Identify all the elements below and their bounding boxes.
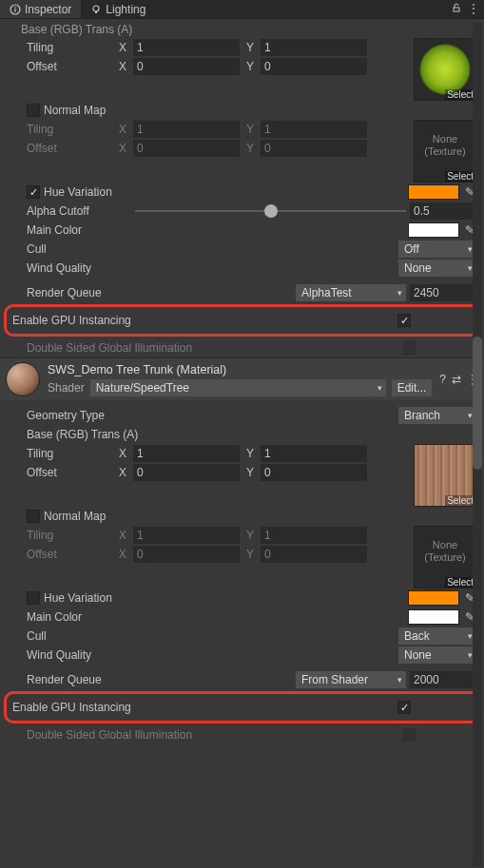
shader-dropdown[interactable]: Nature/SpeedTree [90,379,386,396]
n-offset-x [133,546,240,563]
x-label: X [116,548,129,561]
wind-quality-label: Wind Quality [27,261,131,275]
tiling-label: Tiling [27,529,112,542]
render-queue-value[interactable] [410,671,476,688]
enable-gpu-highlight: Enable GPU Instancing ✓ [4,304,480,337]
material-header[interactable]: SWS_Demo Tree Trunk (Material) Shader Na… [0,357,484,400]
scrollbar-track[interactable] [473,23,482,866]
material-preview-icon [6,362,40,396]
hue-variation-label: Hue Variation [44,591,112,605]
x-label: X [116,123,129,136]
offset-label: Offset [27,466,112,479]
normal-map-checkbox[interactable] [27,510,40,523]
tiling-x[interactable] [133,445,240,462]
tiling-label: Tiling [27,41,112,54]
svg-rect-2 [14,7,15,8]
offset-x[interactable] [133,58,240,75]
tiling-y[interactable] [261,39,367,56]
preset-icon[interactable]: ⇄ [452,373,461,386]
tab-label: Inspector [25,3,71,16]
x-label: X [116,529,129,542]
normal-map-checkbox[interactable] [27,104,40,117]
enable-gpu-label: Enable GPU Instancing [12,701,394,714]
wind-quality-label: Wind Quality [27,648,131,662]
n-tiling-y [261,527,367,544]
tab-inspector[interactable]: Inspector [0,0,81,18]
hue-variation-checkbox[interactable]: ✓ [27,185,40,199]
render-queue-dropdown[interactable]: AlphaTest [296,284,406,301]
wind-quality-dropdown[interactable]: None [398,260,476,277]
tab-label: Lighting [106,3,145,16]
double-sided-checkbox[interactable] [402,341,416,355]
hue-color[interactable] [408,184,459,200]
n-tiling-y [261,121,367,138]
n-offset-y [261,140,367,157]
shader-label: Shader [48,381,85,395]
offset-y[interactable] [261,464,367,481]
normal-texture-slot[interactable]: None (Texture) Select [414,120,476,183]
n-tiling-x [133,527,240,544]
enable-gpu-highlight: Enable GPU Instancing ✓ [4,691,480,723]
double-sided-label: Double Sided Global Illumination [27,341,398,355]
svg-point-3 [93,6,99,11]
y-label: Y [243,529,257,542]
base-label: Base (RGB) Trans (A) [27,428,138,441]
lock-icon[interactable] [451,2,462,16]
x-label: X [116,142,129,155]
normal-map-label: Normal Map [44,510,106,523]
menu-icon[interactable]: ⋮ [468,2,478,16]
svg-rect-5 [454,8,459,11]
x-label: X [116,41,129,54]
hue-variation-label: Hue Variation [44,185,112,199]
help-icon[interactable]: ? [439,373,446,386]
select-label[interactable]: Select [445,495,475,506]
main-color[interactable] [408,609,459,625]
render-queue-dropdown[interactable]: From Shader [296,671,406,688]
select-label[interactable]: Select [445,577,475,588]
offset-y[interactable] [261,58,367,75]
hue-variation-checkbox[interactable] [27,591,40,605]
x-label: X [116,60,129,73]
cull-label: Cull [27,242,131,256]
offset-label: Offset [27,548,112,561]
edit-button[interactable]: Edit... [392,379,433,396]
none-texture: None (Texture) [415,121,475,170]
y-label: Y [243,466,257,479]
base-texture-slot[interactable]: Select [414,38,476,101]
x-label: X [116,447,129,460]
alpha-cutoff-label: Alpha Cutoff [27,204,131,218]
double-sided-label: Double Sided Global Illumination [27,728,398,742]
cull-label: Cull [27,629,131,643]
main-color[interactable] [408,222,459,238]
cull-dropdown[interactable]: Back [398,627,476,645]
n-offset-y [261,546,367,563]
render-queue-value[interactable] [410,284,476,301]
offset-x[interactable] [133,464,240,481]
scrollbar-thumb[interactable] [473,337,482,470]
geometry-type-dropdown[interactable]: Branch [398,407,476,424]
tiling-y[interactable] [261,445,367,462]
alpha-cutoff-value[interactable] [410,203,476,220]
base-label-cut: Base (RGB) Trans (A) [8,21,476,38]
wind-quality-dropdown[interactable]: None [398,646,476,664]
tab-lighting[interactable]: Lighting [81,0,155,18]
y-label: Y [243,41,257,54]
tiling-x[interactable] [133,39,240,56]
alpha-cutoff-slider[interactable] [135,203,406,220]
svg-rect-4 [95,11,97,13]
enable-gpu-checkbox[interactable]: ✓ [397,314,411,327]
main-color-label: Main Color [27,223,131,237]
tab-bar: Inspector Lighting ⋮ [0,0,484,19]
double-sided-checkbox[interactable] [402,728,416,742]
select-label[interactable]: Select [445,171,475,182]
enable-gpu-checkbox[interactable]: ✓ [397,701,411,714]
material-title: SWS_Demo Tree Trunk (Material) [48,363,432,376]
render-queue-label: Render Queue [27,286,131,299]
normal-texture-slot[interactable]: None (Texture) Select [414,526,476,588]
base-texture-slot[interactable]: Select [414,444,476,507]
main-color-label: Main Color [27,610,131,624]
select-label[interactable]: Select [445,89,475,100]
offset-label: Offset [27,142,112,155]
cull-dropdown[interactable]: Off [398,241,476,258]
hue-color[interactable] [408,590,459,606]
